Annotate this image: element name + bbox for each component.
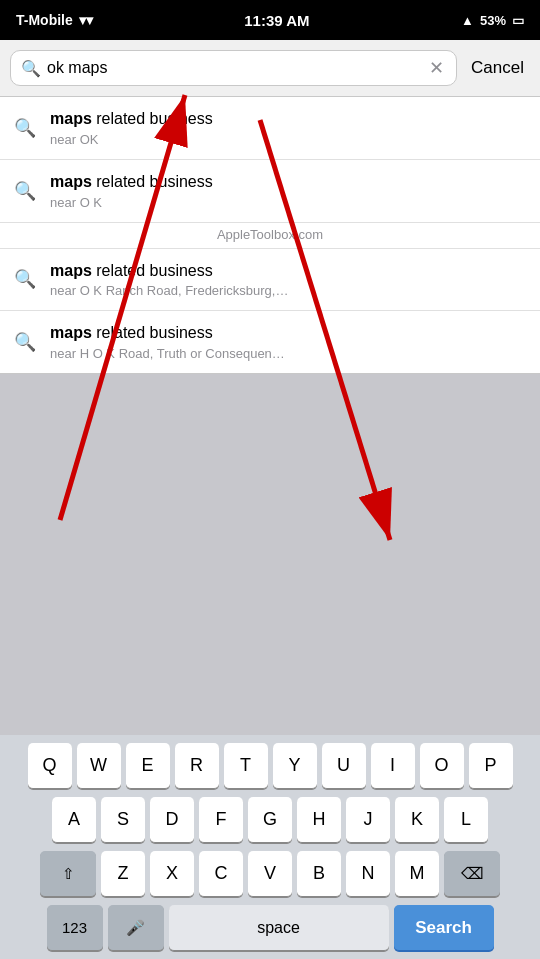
key-t[interactable]: T [224,743,268,789]
status-bar: T-Mobile ▾▾ 11:39 AM ▲ 53% ▭ [0,0,540,40]
numbers-key[interactable]: 123 [47,905,103,951]
microphone-key[interactable]: 🎤 [108,905,164,951]
battery-label: 53% [480,13,506,28]
search-input-wrapper[interactable]: 🔍 ok maps ✕ [10,50,457,86]
battery-icon: ▭ [512,13,524,28]
suggestion-text: maps related business near O K Ranch Roa… [50,261,526,299]
suggestion-subtitle: near O K Ranch Road, Fredericksburg,… [50,283,526,298]
key-l[interactable]: L [444,797,488,843]
key-m[interactable]: M [395,851,439,897]
key-e[interactable]: E [126,743,170,789]
suggestion-search-icon: 🔍 [14,331,36,353]
wifi-icon: ▾▾ [79,12,93,28]
keyboard-row-1: Q W E R T Y U I O P [0,743,540,789]
key-o[interactable]: O [420,743,464,789]
key-q[interactable]: Q [28,743,72,789]
key-f[interactable]: F [199,797,243,843]
key-g[interactable]: G [248,797,292,843]
key-k[interactable]: K [395,797,439,843]
suggestion-subtitle: near O K [50,195,526,210]
list-item[interactable]: 🔍 maps related business near H O K Road,… [0,311,540,373]
suggestion-title: maps related business [50,109,526,130]
key-r[interactable]: R [175,743,219,789]
suggestion-text: maps related business near OK [50,109,526,147]
key-h[interactable]: H [297,797,341,843]
search-input[interactable]: ok maps [47,59,421,77]
suggestion-title: maps related business [50,261,526,282]
list-item[interactable]: 🔍 maps related business near OK [0,97,540,160]
watermark-label: AppleToolbox.com [0,223,540,249]
space-key[interactable]: space [169,905,389,951]
suggestion-text: maps related business near O K [50,172,526,210]
suggestion-title: maps related business [50,172,526,193]
search-bar-area: 🔍 ok maps ✕ Cancel [0,40,540,97]
key-a[interactable]: A [52,797,96,843]
key-j[interactable]: J [346,797,390,843]
keyboard-bottom-row: 123 🎤 space Search [0,905,540,951]
key-s[interactable]: S [101,797,145,843]
status-right: ▲ 53% ▭ [461,13,524,28]
suggestion-text: maps related business near H O K Road, T… [50,323,526,361]
location-icon: ▲ [461,13,474,28]
list-item[interactable]: 🔍 maps related business near O K Ranch R… [0,249,540,312]
key-d[interactable]: D [150,797,194,843]
key-z[interactable]: Z [101,851,145,897]
status-left: T-Mobile ▾▾ [16,12,93,28]
suggestions-list: 🔍 maps related business near OK 🔍 maps r… [0,97,540,374]
key-w[interactable]: W [77,743,121,789]
suggestion-title: maps related business [50,323,526,344]
keyboard-row-3: ⇧ Z X C V B N M ⌫ [0,851,540,897]
clear-button[interactable]: ✕ [427,57,446,79]
carrier-label: T-Mobile [16,12,73,28]
key-n[interactable]: N [346,851,390,897]
suggestion-search-icon: 🔍 [14,180,36,202]
status-time: 11:39 AM [244,12,309,29]
key-u[interactable]: U [322,743,366,789]
key-i[interactable]: I [371,743,415,789]
shift-key[interactable]: ⇧ [40,851,96,897]
key-b[interactable]: B [297,851,341,897]
cancel-button[interactable]: Cancel [465,54,530,82]
key-c[interactable]: C [199,851,243,897]
keyboard: Q W E R T Y U I O P A S D F G H J K L ⇧ … [0,735,540,959]
suggestion-subtitle: near H O K Road, Truth or Consequen… [50,346,526,361]
key-v[interactable]: V [248,851,292,897]
key-x[interactable]: X [150,851,194,897]
list-item[interactable]: 🔍 maps related business near O K [0,160,540,223]
search-icon: 🔍 [21,59,41,78]
keyboard-row-2: A S D F G H J K L [0,797,540,843]
key-y[interactable]: Y [273,743,317,789]
suggestion-search-icon: 🔍 [14,117,36,139]
suggestion-subtitle: near OK [50,132,526,147]
delete-key[interactable]: ⌫ [444,851,500,897]
suggestion-search-icon: 🔍 [14,268,36,290]
search-key[interactable]: Search [394,905,494,951]
key-p[interactable]: P [469,743,513,789]
